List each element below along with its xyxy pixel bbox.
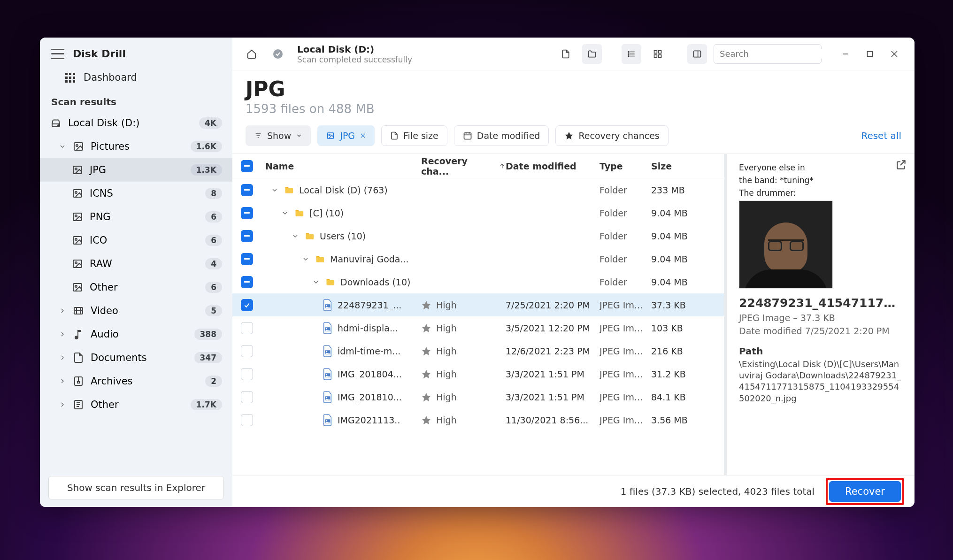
row-checkbox[interactable] [241, 207, 253, 219]
row-checkbox[interactable] [241, 322, 253, 334]
sidebar-item-png[interactable]: PNG6 [40, 205, 232, 229]
recover-button[interactable]: Recover [829, 481, 901, 502]
page-subtitle: 1593 files on 488 MB [246, 102, 901, 116]
table-row-folder[interactable]: Users (10) Folder 9.04 MB [232, 224, 724, 247]
show-in-explorer-button[interactable]: Show scan results in Explorer [48, 476, 224, 499]
row-checkbox[interactable] [241, 345, 253, 357]
table-row-file[interactable]: IMG2021113.. High 11/30/2021 8:56... JPE… [232, 408, 724, 431]
col-name[interactable]: Name [261, 161, 421, 171]
sidebar-item-label: Video [91, 305, 118, 316]
table-row-folder[interactable]: Manuviraj Goda... Folder 9.04 MB [232, 247, 724, 270]
toggle-sidebar-icon[interactable] [687, 44, 707, 64]
filter-filesize[interactable]: File size [381, 125, 447, 146]
check-circle-icon[interactable] [268, 44, 288, 64]
section-scan-results: Scan results [40, 90, 232, 111]
sidebar-item-raw[interactable]: RAW4 [40, 252, 232, 276]
documents-icon [73, 352, 84, 363]
table-row-folder[interactable]: Downloads (10) Folder 9.04 MB [232, 270, 724, 293]
table-row-file[interactable]: IMG_201810... High 3/3/2021 1:51 PM JPEG… [232, 385, 724, 408]
filter-date[interactable]: Date modified [454, 125, 549, 146]
file-type: JPEG Im... [599, 323, 651, 333]
home-icon[interactable] [242, 44, 261, 64]
file-name: IMG_201810... [338, 392, 402, 402]
row-checkbox[interactable] [241, 184, 253, 196]
chevron-down-icon [59, 143, 66, 150]
svg-rect-37 [694, 51, 701, 57]
image-icon [72, 258, 83, 269]
filter-show[interactable]: Show [246, 125, 311, 146]
image-icon [72, 235, 83, 246]
table-row-file[interactable]: 224879231_... High 7/25/2021 2:20 PM JPE… [232, 293, 724, 316]
row-checkbox[interactable] [241, 414, 253, 426]
table-row-file[interactable]: hdmi-displa... High 3/5/2021 12:20 PM JP… [232, 316, 724, 339]
badge: 2 [205, 376, 222, 387]
window-maximize[interactable] [859, 45, 881, 63]
popout-icon[interactable] [895, 159, 907, 171]
file-size: 216 KB [651, 346, 707, 356]
file-size: 3.56 MB [651, 415, 707, 425]
sidebar: Disk Drill Dashboard Scan results Local … [40, 38, 232, 507]
preview-path-label: Path [739, 345, 902, 357]
reset-all-link[interactable]: Reset all [861, 130, 901, 141]
badge: 6 [205, 282, 222, 293]
sidebar-item-label: Documents [91, 352, 147, 363]
table-row-folder[interactable]: [C] (10) Folder 9.04 MB [232, 201, 724, 224]
video-icon [73, 305, 84, 316]
sidebar-item-disk[interactable]: Local Disk (D:) 4K [40, 111, 232, 135]
file-icon-btn[interactable] [556, 44, 576, 64]
window-minimize[interactable] [835, 45, 856, 63]
grid-icon [65, 73, 75, 83]
header-checkbox[interactable] [241, 160, 253, 172]
sidebar-item-documents[interactable]: Documents347 [40, 346, 232, 369]
row-checkbox[interactable] [241, 276, 253, 288]
sidebar-item-ico[interactable]: ICO6 [40, 229, 232, 252]
sidebar-item-label: JPG [90, 164, 106, 176]
file-icon [390, 131, 399, 140]
footer: 1 files (37.3 KB) selected, 4023 files t… [232, 475, 915, 507]
svg-point-10 [75, 238, 77, 240]
preview-caption-2: the band: *tuning* [739, 175, 902, 186]
chevron-right-icon [59, 330, 66, 338]
folder-icon-btn[interactable] [582, 44, 602, 64]
sidebar-item-audio[interactable]: Audio388 [40, 322, 232, 346]
sidebar-item-label: PNG [90, 211, 111, 222]
grid-view-icon[interactable] [648, 44, 668, 64]
svg-point-0 [58, 125, 59, 126]
file-date: 7/25/2021 2:20 PM [506, 300, 599, 310]
search-field[interactable] [720, 49, 825, 59]
sidebar-item-other[interactable]: Other6 [40, 276, 232, 299]
row-checkbox[interactable] [241, 230, 253, 242]
list-view-icon[interactable] [622, 44, 641, 64]
window-close[interactable] [884, 45, 905, 63]
svg-marker-69 [422, 369, 430, 378]
image-icon [72, 282, 83, 293]
sidebar-item-video[interactable]: Video5 [40, 299, 232, 322]
sidebar-item-jpg[interactable]: JPG1.3K [40, 158, 232, 182]
sidebar-item-pictures[interactable]: Pictures 1.6K [40, 135, 232, 158]
row-checkbox[interactable] [241, 253, 253, 265]
image-icon [326, 131, 335, 140]
menu-icon[interactable] [51, 49, 64, 59]
preview-caption-3: The drummer: [739, 188, 902, 199]
table-row-file[interactable]: idml-time-m... High 12/6/2021 2:23 PM JP… [232, 339, 724, 362]
row-checkbox[interactable] [241, 299, 253, 311]
filter-recovery[interactable]: Recovery chances [555, 125, 668, 146]
col-size[interactable]: Size [651, 161, 707, 171]
filter-jpg[interactable]: JPG [317, 125, 375, 146]
col-type[interactable]: Type [599, 161, 651, 171]
sidebar-item-dashboard[interactable]: Dashboard [40, 65, 232, 90]
table-row-file[interactable]: IMG_201804... High 3/3/2021 1:51 PM JPEG… [232, 362, 724, 385]
other-icon [73, 399, 84, 410]
sidebar-item-other[interactable]: Other1.7K [40, 393, 232, 416]
sidebar-item-archives[interactable]: Archives2 [40, 369, 232, 393]
table-row-folder[interactable]: Local Disk (D) (763) Folder 233 MB [232, 178, 724, 201]
chevron-right-icon [59, 307, 66, 315]
row-checkbox[interactable] [241, 391, 253, 403]
col-date[interactable]: Date modified [506, 161, 599, 171]
sidebar-item-icns[interactable]: ICNS8 [40, 182, 232, 205]
table-header: Name Recovery cha... Date modified Type … [232, 154, 724, 178]
col-recovery[interactable]: Recovery cha... [421, 156, 506, 176]
close-icon[interactable] [360, 132, 366, 139]
search-input[interactable] [714, 44, 822, 64]
row-checkbox[interactable] [241, 368, 253, 380]
